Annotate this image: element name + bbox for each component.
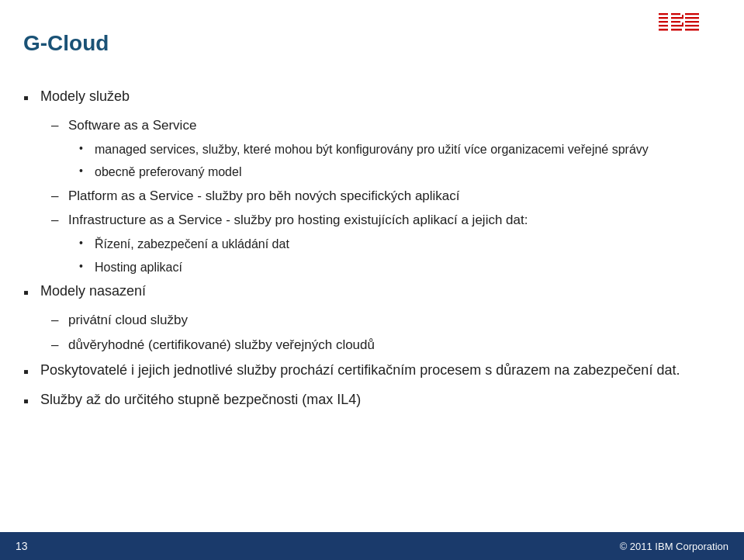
list-item: • obecně preferovaný model — [79, 164, 705, 181]
list-item: • managed services, služby, které mohou … — [79, 141, 705, 158]
bullet-marker-1: ▪ — [23, 87, 40, 109]
svg-rect-22 — [671, 27, 683, 29]
bullet-text: Poskytovatelé i jejich jednotlivé služby… — [40, 361, 680, 380]
bullet-text: privátní cloud služby — [68, 311, 188, 330]
bullet-text: managed services, služby, které mohou bý… — [95, 141, 649, 158]
svg-rect-26 — [682, 22, 683, 25]
bullet-text: Modely nasazení — [40, 282, 146, 301]
slide-title: G-Cloud — [23, 31, 705, 56]
list-item: • Řízení, zabezpečení a ukládání dat — [79, 236, 705, 253]
svg-rect-5 — [671, 13, 682, 16]
svg-rect-13 — [685, 25, 699, 27]
sub-bullet-marker: • — [79, 259, 95, 275]
svg-rect-17 — [659, 23, 668, 26]
list-item: – důvěryhodné (certifikované) služby veř… — [51, 336, 705, 354]
dash-marker: – — [51, 211, 68, 230]
copyright-text: © 2011 IBM Corporation — [620, 541, 728, 552]
list-item: ▪ Poskytovatelé i jejich jednotlivé služ… — [23, 361, 705, 382]
dash-marker: – — [51, 187, 68, 206]
svg-rect-16 — [659, 19, 668, 22]
bullet-text: obecně preferovaný model — [95, 164, 241, 181]
svg-rect-9 — [671, 29, 682, 31]
bullet-text: Software as a Service — [68, 116, 196, 135]
svg-rect-20 — [671, 19, 683, 22]
svg-rect-11 — [685, 17, 699, 19]
list-item: ▪ Služby až do určitého stupně bezpečnos… — [23, 390, 705, 412]
svg-rect-23 — [680, 13, 682, 17]
list-item: – Infrastructure as a Service - služby p… — [51, 211, 705, 230]
list-item: • Hosting aplikací — [79, 259, 705, 276]
bullet-text: Platform as a Service - služby pro běh n… — [68, 187, 460, 206]
dash-marker: – — [51, 311, 68, 330]
list-item: – privátní cloud služby — [51, 311, 705, 330]
svg-rect-25 — [680, 21, 682, 25]
svg-rect-1 — [659, 17, 668, 19]
sub-bullet-marker: • — [79, 141, 95, 157]
svg-rect-24 — [682, 15, 683, 17]
list-item: ▪ Modely služeb — [23, 87, 705, 109]
list-item: ▪ Modely nasazení — [23, 282, 705, 303]
slide: G-Cloud ▪ Modely služeb – Software as a … — [0, 0, 744, 560]
svg-rect-14 — [685, 29, 699, 31]
footer-bar: 13 © 2011 IBM Corporation — [0, 532, 744, 560]
list-item: – Platform as a Service - služby pro běh… — [51, 187, 705, 206]
svg-rect-8 — [671, 25, 683, 27]
svg-rect-3 — [659, 25, 668, 27]
svg-rect-12 — [685, 21, 699, 23]
dash-marker: – — [51, 336, 68, 354]
list-item: – Software as a Service — [51, 116, 705, 135]
svg-rect-10 — [685, 13, 699, 16]
svg-rect-18 — [659, 27, 668, 29]
bullet-text: Infrastructure as a Service - služby pro… — [68, 211, 528, 230]
svg-rect-0 — [659, 13, 668, 16]
bullet-text: Služby až do určitého stupně bezpečnosti… — [40, 390, 361, 410]
svg-rect-4 — [659, 29, 668, 31]
svg-rect-30 — [685, 27, 699, 29]
svg-rect-29 — [685, 23, 699, 26]
content-area: ▪ Modely služeb – Software as a Service … — [23, 87, 705, 412]
svg-rect-6 — [671, 17, 683, 19]
svg-rect-27 — [685, 16, 699, 18]
dash-marker: – — [51, 116, 68, 135]
ibm-logo — [659, 12, 721, 36]
sub-bullet-marker: • — [79, 164, 95, 179]
bullet-text: Hosting aplikací — [95, 259, 182, 276]
sub-bullet-marker: • — [79, 236, 95, 251]
bullet-marker: ▪ — [23, 390, 40, 412]
svg-rect-7 — [671, 21, 682, 23]
bullet-marker: ▪ — [23, 282, 40, 303]
bullet-text: Řízení, zabezpečení a ukládání dat — [95, 236, 289, 253]
svg-rect-15 — [659, 16, 668, 18]
svg-rect-2 — [659, 21, 668, 23]
bullet-text: důvěryhodné (certifikované) služby veřej… — [68, 336, 375, 354]
bullet-marker: ▪ — [23, 361, 40, 382]
svg-rect-28 — [685, 19, 699, 22]
bullet-text: Modely služeb — [40, 87, 130, 106]
page-number: 13 — [16, 540, 28, 552]
